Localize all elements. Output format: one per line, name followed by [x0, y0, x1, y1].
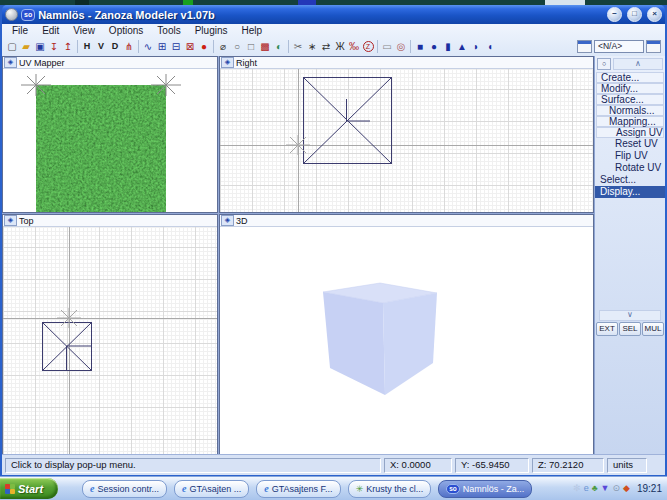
zmodeler-window: so Namnlös - Zanoza Modeler v1.07b − □ ×…: [0, 5, 667, 477]
tray-network-icon[interactable]: ✻: [573, 484, 581, 493]
zmodeler-icon: so: [446, 484, 460, 494]
menu-options[interactable]: Options: [102, 25, 150, 36]
sidebar-item-assign-uv[interactable]: Assign UV: [596, 127, 664, 138]
cut-icon[interactable]: ✂: [291, 39, 305, 54]
duplicate-box-icon[interactable]: ⊟: [169, 39, 183, 54]
textured-box-icon[interactable]: ▩: [258, 39, 272, 54]
sidebar-scroll-down-button[interactable]: ∨: [599, 310, 661, 321]
close-button[interactable]: ×: [647, 7, 662, 22]
viewport-right[interactable]: ◈ Right: [219, 56, 594, 213]
menu-file[interactable]: File: [5, 25, 35, 36]
menu-edit[interactable]: Edit: [35, 25, 66, 36]
taskbar-task-gtasajten[interactable]: e GTAsajten ...: [174, 480, 249, 498]
v-view-toggle[interactable]: V: [94, 39, 108, 54]
sidebar-item-normals[interactable]: Normals...: [596, 105, 664, 116]
materials-icon[interactable]: ◐: [272, 39, 286, 54]
viewport-3d[interactable]: ◈ 3D: [219, 214, 594, 454]
zmodeler-plugin-icon[interactable]: Z: [361, 39, 375, 54]
box-primitive-icon[interactable]: ■: [413, 39, 427, 54]
taskbar-task-session[interactable]: e Session contr...: [82, 480, 167, 498]
vertex-snap-icon[interactable]: ⋔: [122, 39, 136, 54]
coord-y: Y: -65.9450: [455, 458, 529, 473]
minimize-button[interactable]: −: [607, 7, 622, 22]
statusbar: Click to display pop-up menu. X: 0.0000 …: [2, 454, 665, 475]
titlebar[interactable]: so Namnlös - Zanoza Modeler v1.07b − □ ×: [2, 5, 665, 24]
sphere-primitive-icon[interactable]: ●: [427, 39, 441, 54]
tray-messenger-icon[interactable]: ◆: [623, 484, 630, 493]
lasso-select-icon[interactable]: ∿: [141, 39, 155, 54]
sidebar-scroll-up-button[interactable]: ∧: [613, 58, 663, 70]
menu-plugins[interactable]: Plugins: [188, 25, 235, 36]
merge-icon[interactable]: ∗: [305, 39, 319, 54]
uv-ratio-icon[interactable]: ‰: [347, 39, 361, 54]
sidebar-item-display[interactable]: Display...: [595, 186, 665, 198]
viewport-uv-header[interactable]: ◈ UV Mapper: [3, 57, 217, 69]
export-file-icon[interactable]: ↥: [61, 39, 75, 54]
sel-button[interactable]: SEL: [619, 322, 641, 336]
viewport-menu-icon[interactable]: ◈: [4, 215, 17, 226]
sidebar-item-rotate-uv[interactable]: Rotate UV: [596, 162, 664, 174]
cylinder-primitive-icon[interactable]: ▮: [441, 39, 455, 54]
tray-download-icon[interactable]: ▼: [601, 484, 610, 493]
new-file-icon[interactable]: ▢: [5, 39, 19, 54]
zoom-tool-icon[interactable]: ⌀: [216, 39, 230, 54]
toolbar-separator: [288, 40, 289, 53]
menu-help[interactable]: Help: [235, 25, 270, 36]
taskbar-task-gtasajtens-f[interactable]: e GTAsajtens F...: [256, 480, 340, 498]
import-file-icon[interactable]: ↧: [47, 39, 61, 54]
sidebar-circle-button[interactable]: ○: [597, 58, 611, 70]
top-wireframe: [3, 215, 217, 454]
rect-select-icon[interactable]: ▭: [380, 39, 394, 54]
tray-browser-icon[interactable]: e: [584, 484, 589, 493]
mul-button[interactable]: MUL: [642, 322, 664, 336]
ie-icon: e: [264, 483, 268, 494]
sidebar-item-modify[interactable]: Modify...: [596, 83, 664, 94]
sphere-view-icon[interactable]: ○: [230, 39, 244, 54]
viewport-menu-icon[interactable]: ◈: [221, 57, 234, 68]
sidebar-item-select[interactable]: Select...: [596, 174, 664, 186]
viewport-uv-label: UV Mapper: [19, 58, 65, 68]
delete-box-icon[interactable]: ⊠: [183, 39, 197, 54]
sidebar-item-surface[interactable]: Surface...: [596, 94, 664, 105]
status-message: Click to display pop-up menu.: [5, 458, 381, 473]
cone-primitive-icon[interactable]: ▲: [455, 39, 469, 54]
open-folder-icon[interactable]: ▰: [19, 39, 33, 54]
viewport-uv-mapper[interactable]: ◈ UV Mapper: [2, 56, 218, 213]
menu-view[interactable]: View: [66, 25, 102, 36]
tray-users-icon[interactable]: ♣: [592, 484, 598, 493]
save-icon[interactable]: ▣: [33, 39, 47, 54]
menu-tools[interactable]: Tools: [150, 25, 187, 36]
sidebar-item-reset-uv[interactable]: Reset UV: [596, 138, 664, 150]
geosphere-primitive-icon[interactable]: ◖: [483, 39, 497, 54]
bones-icon[interactable]: Ж: [333, 39, 347, 54]
viewport-top[interactable]: ◈ Top: [2, 214, 218, 454]
render-icon[interactable]: ●: [197, 39, 211, 54]
viewport-right-header[interactable]: ◈ Right: [220, 57, 593, 69]
mirror-icon[interactable]: ⇄: [319, 39, 333, 54]
viewport-3d-header[interactable]: ◈ 3D: [220, 215, 593, 227]
sidebar-item-flip-uv[interactable]: Flip UV: [596, 150, 664, 162]
extrude-icon[interactable]: ⊞: [155, 39, 169, 54]
app-icon[interactable]: so: [21, 9, 35, 21]
maximize-button[interactable]: □: [627, 7, 642, 22]
sidebar-item-mapping[interactable]: Mapping...: [596, 116, 664, 127]
viewport-config-icon[interactable]: [577, 40, 592, 53]
taskbar-task-namnlos-active[interactable]: so Namnlös - Za...: [438, 480, 532, 498]
tray-clock-icon[interactable]: ⊙: [613, 484, 621, 493]
units-cell[interactable]: units: [607, 458, 647, 473]
viewport-menu-icon[interactable]: ◈: [221, 215, 234, 226]
panel-toggle-icon[interactable]: [646, 40, 661, 53]
viewport-menu-icon[interactable]: ◈: [4, 57, 17, 68]
toolbar: ▢ ▰ ▣ ↧ ↥ H V D ⋔ ∿ ⊞ ⊟ ⊠ ● ⌀ ○ □ ▩: [2, 37, 665, 56]
taskbar-task-krusty[interactable]: ✳ Krusty the cl...: [348, 480, 432, 498]
start-button[interactable]: Start: [0, 478, 58, 499]
viewport-top-header[interactable]: ◈ Top: [3, 215, 217, 227]
material-dropdown[interactable]: <N/A>: [594, 40, 644, 53]
h-view-toggle[interactable]: H: [80, 39, 94, 54]
box-view-icon[interactable]: □: [244, 39, 258, 54]
sidebar-item-create[interactable]: Create...: [596, 72, 664, 83]
torus-primitive-icon[interactable]: ◗: [469, 39, 483, 54]
ext-button[interactable]: EXT: [596, 322, 618, 336]
d-view-toggle[interactable]: D: [108, 39, 122, 54]
pivot-icon[interactable]: ◎: [394, 39, 408, 54]
